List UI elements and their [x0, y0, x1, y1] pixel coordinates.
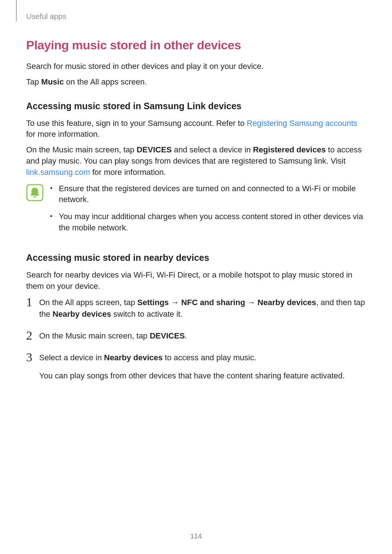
note-item-1: • Ensure that the registered devices are…: [50, 183, 366, 206]
page-number: 114: [190, 532, 202, 540]
section1-paragraph-1: To use this feature, sign in to your Sam…: [26, 118, 366, 140]
note-icon: [26, 184, 44, 201]
section2-heading: Accessing music stored in nearby devices: [26, 253, 366, 263]
note-item-2: • You may incur additional charges when …: [50, 211, 366, 234]
section1-heading: Accessing music stored in Samsung Link d…: [26, 101, 366, 111]
section1-paragraph-2: On the Music main screen, tap DEVICES an…: [26, 144, 366, 178]
link-samsung-com[interactable]: link.samsung.com: [26, 168, 90, 177]
step-1: 1 On the All apps screen, tap Settings →…: [26, 296, 366, 320]
intro-text-2: Tap Music on the All apps screen.: [26, 77, 366, 88]
header-section: Useful apps: [26, 12, 66, 21]
step-2: 2 On the Music main screen, tap DEVICES.: [26, 329, 366, 342]
section2-paragraph-1: Search for nearby devices via Wi-Fi, Wi-…: [26, 270, 366, 292]
link-registering-accounts[interactable]: Registering Samsung accounts: [247, 119, 358, 128]
main-heading: Playing music stored in other devices: [26, 38, 366, 52]
step-3: 3 Select a device in Nearby devices to a…: [26, 351, 366, 382]
intro-text-1: Search for music stored in other devices…: [26, 61, 366, 72]
